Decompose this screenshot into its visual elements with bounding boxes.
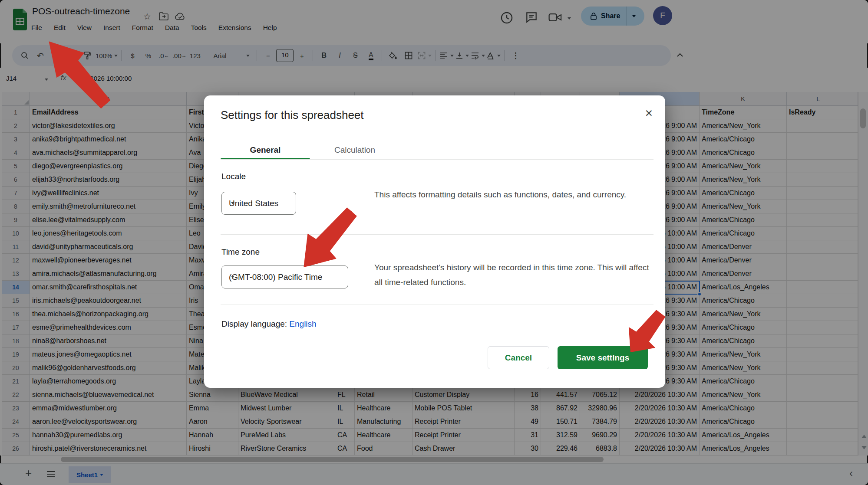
cancel-button[interactable]: Cancel bbox=[488, 346, 549, 369]
close-icon[interactable]: ✕ bbox=[645, 108, 653, 119]
display-language-link[interactable]: English bbox=[289, 319, 316, 328]
timezone-label: Time zone bbox=[221, 247, 260, 257]
tab-general[interactable]: General bbox=[221, 141, 310, 160]
timezone-description: Your spreadsheet's history will be recor… bbox=[374, 260, 657, 290]
google-sheets-window: POS-outreach-timezone ☆ FileEditViewInse… bbox=[0, 0, 868, 485]
locale-description: This affects formatting details such as … bbox=[374, 187, 657, 202]
locale-label: Locale bbox=[221, 172, 246, 181]
spreadsheet-settings-dialog: Settings for this spreadsheet ✕ General … bbox=[204, 95, 665, 388]
tab-calculation[interactable]: Calculation bbox=[310, 141, 399, 160]
timezone-select[interactable]: (GMT-08:00) Pacific Time bbox=[221, 265, 348, 288]
locale-select[interactable]: United States bbox=[221, 192, 296, 215]
display-language: Display language: English bbox=[221, 319, 317, 329]
dialog-title: Settings for this spreadsheet bbox=[221, 108, 364, 122]
